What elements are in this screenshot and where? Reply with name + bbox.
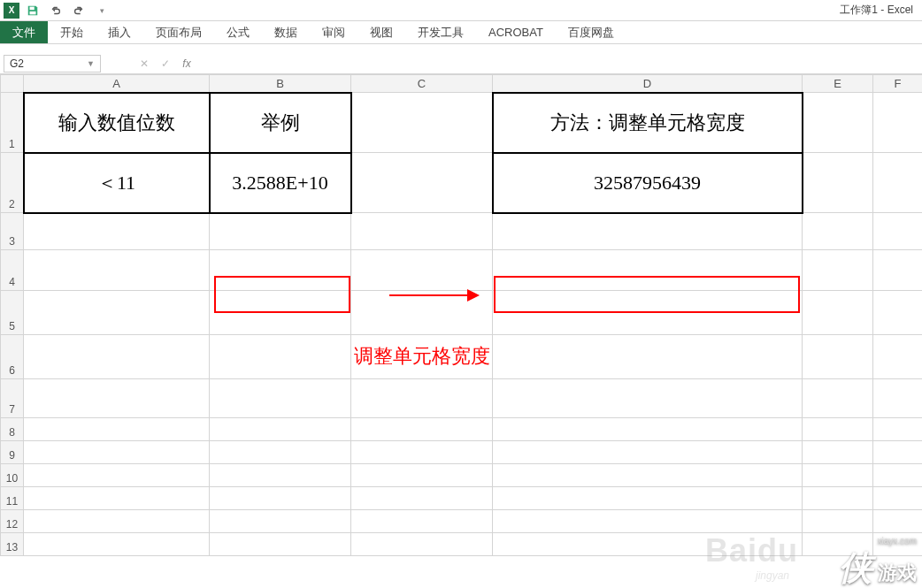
qat-customize-icon[interactable]: ▾ (92, 2, 111, 19)
cell[interactable] (351, 487, 493, 510)
ribbon-tab-home[interactable]: 开始 (48, 21, 96, 43)
cell[interactable] (803, 533, 873, 556)
cell[interactable] (24, 441, 210, 464)
cell[interactable] (351, 464, 493, 487)
cell[interactable] (210, 487, 351, 510)
cell[interactable] (493, 441, 803, 464)
column-header[interactable]: B (210, 75, 351, 93)
ribbon-tab-view[interactable]: 视图 (357, 21, 405, 43)
cell[interactable] (24, 379, 210, 418)
cell[interactable]: 3.2588E+10 (210, 153, 351, 213)
cell[interactable] (803, 487, 873, 510)
cell[interactable] (24, 487, 210, 510)
ribbon-tab-developer[interactable]: 开发工具 (405, 21, 476, 43)
row-header[interactable]: 13 (1, 533, 24, 556)
cell[interactable] (873, 379, 923, 418)
cell[interactable] (351, 153, 493, 213)
row-header[interactable]: 7 (1, 379, 24, 418)
cell[interactable] (210, 510, 351, 533)
cell[interactable] (210, 250, 351, 291)
cell[interactable] (24, 291, 210, 335)
cell[interactable] (351, 379, 493, 418)
cell[interactable] (803, 213, 873, 250)
cell[interactable] (210, 533, 351, 556)
spreadsheet-grid[interactable]: ABCDEF 1输入数值位数举例方法：调整单元格宽度2＜113.2588E+10… (0, 74, 922, 556)
cell[interactable] (493, 510, 803, 533)
name-box[interactable]: G2 ▼ (4, 55, 101, 73)
confirm-icon[interactable]: ✓ (158, 57, 173, 70)
cell[interactable] (493, 464, 803, 487)
cancel-icon[interactable]: ✕ (136, 57, 152, 70)
cell[interactable]: 32587956439 (493, 153, 803, 213)
row-header[interactable]: 5 (1, 291, 24, 335)
ribbon-tab-page-layout[interactable]: 页面布局 (143, 21, 214, 43)
cell[interactable] (803, 93, 873, 153)
cell[interactable] (210, 291, 351, 335)
row-header[interactable]: 6 (1, 335, 24, 379)
cell[interactable] (873, 464, 923, 487)
cell[interactable] (493, 335, 803, 379)
cell[interactable] (803, 464, 873, 487)
cell[interactable] (351, 93, 493, 153)
cell[interactable] (493, 379, 803, 418)
row-header[interactable]: 11 (1, 487, 24, 510)
cell[interactable] (24, 533, 210, 556)
cell[interactable] (803, 510, 873, 533)
cell[interactable] (803, 379, 873, 418)
ribbon-tab-file[interactable]: 文件 (0, 21, 48, 43)
cell[interactable] (24, 335, 210, 379)
cell[interactable] (803, 441, 873, 464)
ribbon-tab-data[interactable]: 数据 (262, 21, 310, 43)
cell[interactable] (803, 335, 873, 379)
ribbon-tab-review[interactable]: 审阅 (310, 21, 357, 43)
cell[interactable] (873, 250, 923, 291)
cell[interactable] (351, 510, 493, 533)
row-header[interactable]: 4 (1, 250, 24, 291)
cell[interactable] (493, 250, 803, 291)
row-header[interactable]: 1 (1, 93, 24, 153)
cell[interactable] (803, 153, 873, 213)
cell[interactable] (873, 418, 923, 441)
name-box-dropdown-icon[interactable]: ▼ (87, 59, 95, 68)
row-header[interactable]: 10 (1, 464, 24, 487)
cell[interactable] (24, 250, 210, 291)
row-header[interactable]: 8 (1, 418, 24, 441)
cell[interactable] (210, 418, 351, 441)
row-header[interactable]: 3 (1, 213, 24, 250)
column-header[interactable]: F (873, 75, 923, 93)
cell[interactable] (873, 441, 923, 464)
cell[interactable] (351, 418, 493, 441)
ribbon-tab-insert[interactable]: 插入 (96, 21, 143, 43)
cell[interactable] (210, 441, 351, 464)
undo-icon[interactable] (46, 2, 65, 19)
redo-icon[interactable] (69, 2, 88, 19)
ribbon-tab-acrobat[interactable]: ACROBAT (476, 21, 556, 43)
cell[interactable] (210, 335, 351, 379)
cell[interactable] (24, 418, 210, 441)
row-header[interactable]: 2 (1, 153, 24, 213)
select-all-cell[interactable] (1, 75, 24, 93)
cell[interactable] (351, 250, 493, 291)
cell[interactable]: 输入数值位数 (24, 93, 210, 153)
column-header[interactable]: C (351, 75, 493, 93)
cell[interactable] (873, 335, 923, 379)
cell[interactable] (210, 213, 351, 250)
cell[interactable] (351, 291, 493, 335)
cell[interactable]: 举例 (210, 93, 351, 153)
cell[interactable] (24, 213, 210, 250)
cell[interactable] (803, 291, 873, 335)
cell[interactable] (803, 250, 873, 291)
cell[interactable] (493, 533, 803, 556)
column-header[interactable]: A (24, 75, 210, 93)
cell[interactable] (351, 335, 493, 379)
row-header[interactable]: 12 (1, 510, 24, 533)
cell[interactable] (493, 418, 803, 441)
cell[interactable] (873, 533, 923, 556)
column-header[interactable]: E (803, 75, 873, 93)
cell[interactable] (24, 510, 210, 533)
cell[interactable]: ＜11 (24, 153, 210, 213)
cell[interactable] (493, 213, 803, 250)
column-header[interactable]: D (493, 75, 803, 93)
cell[interactable] (873, 487, 923, 510)
cell[interactable] (873, 93, 923, 153)
